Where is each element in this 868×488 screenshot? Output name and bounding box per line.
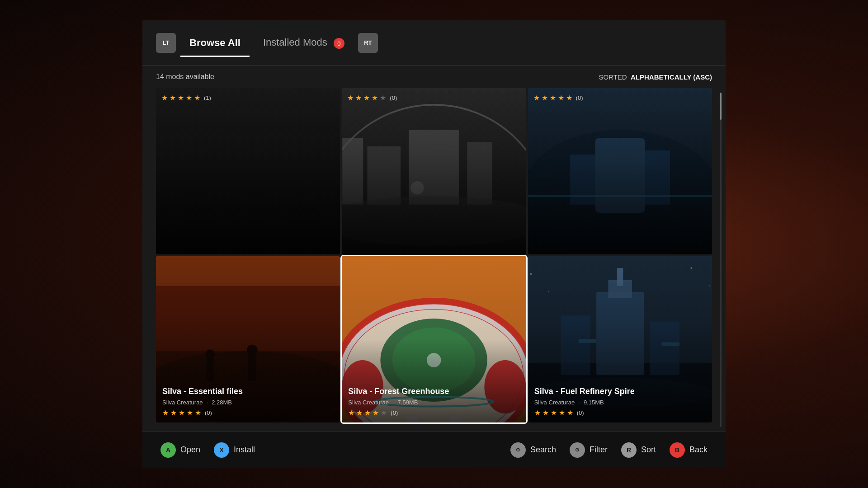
installed-mods-badge: 0 bbox=[334, 38, 344, 49]
mod-card-refinery[interactable]: Silva - Fuel Refinery Spire Silva Creatu… bbox=[528, 256, 712, 422]
mod-greenhouse-meta: Silva Creaturae · 7.59MB bbox=[348, 399, 519, 406]
footer: A Open X Install ⊙ Search ⊙ Filter R Sor… bbox=[142, 432, 726, 468]
footer-right-actions: ⊙ Search ⊙ Filter R Sort B Back bbox=[510, 442, 708, 458]
open-action[interactable]: A Open bbox=[160, 442, 200, 458]
filter-button-icon: ⊙ bbox=[570, 442, 585, 458]
mod-card-1-top-overlay bbox=[156, 88, 340, 254]
search-action[interactable]: ⊙ Search bbox=[510, 442, 556, 458]
mod-greenhouse-rating: ★ ★ ★ ★ ★ (0) bbox=[348, 408, 519, 417]
filter-action[interactable]: ⊙ Filter bbox=[570, 442, 608, 458]
sort-bar: 14 mods available SORTED ALPHABETICALLY … bbox=[142, 66, 726, 88]
mod-card-2-top-overlay bbox=[342, 88, 526, 254]
mod-card-essential[interactable]: Silva - Essential files Silva Creaturae … bbox=[156, 256, 340, 422]
scrollbar[interactable] bbox=[719, 88, 722, 432]
header: LT Browse All Installed Mods 0 RT bbox=[142, 20, 726, 66]
back-action[interactable]: B Back bbox=[670, 442, 708, 458]
mod-refinery-info: Silva - Fuel Refinery Spire Silva Creatu… bbox=[528, 381, 712, 422]
tab-browse-all[interactable]: Browse All bbox=[180, 33, 250, 53]
lt-button[interactable]: LT bbox=[156, 33, 176, 53]
filter-label: Filter bbox=[590, 445, 608, 455]
install-label: Install bbox=[234, 445, 255, 455]
main-window: LT Browse All Installed Mods 0 RT 14 mod… bbox=[142, 20, 726, 468]
tab-installed-mods[interactable]: Installed Mods 0 bbox=[254, 32, 354, 54]
mod-card-2-top-rating: ★ ★ ★ ★ ★ (0) bbox=[347, 94, 397, 102]
mod-card-3-top-overlay bbox=[528, 88, 712, 254]
mod-card-1-top[interactable]: ★ ★ ★ ★ ★ (1) bbox=[156, 88, 340, 254]
mod-refinery-rating: ★ ★ ★ ★ ★ (0) bbox=[534, 408, 706, 417]
mod-essential-info: Silva - Essential files Silva Creaturae … bbox=[156, 381, 340, 422]
mod-essential-title: Silva - Essential files bbox=[162, 387, 334, 396]
mod-card-3-top[interactable]: ★ ★ ★ ★ ★ (0) bbox=[528, 88, 712, 254]
mod-greenhouse-info: Silva - Forest Greenhouse Silva Creatura… bbox=[342, 381, 526, 422]
mod-card-1-top-rating: ★ ★ ★ ★ ★ (1) bbox=[161, 94, 211, 102]
b-button: B bbox=[670, 442, 685, 458]
mod-card-greenhouse[interactable]: Silva - Forest Greenhouse Silva Creatura… bbox=[342, 256, 526, 422]
mod-refinery-meta: Silva Creaturae · 9.15MB bbox=[534, 399, 706, 406]
mod-refinery-title: Silva - Fuel Refinery Spire bbox=[534, 387, 706, 396]
sort-action[interactable]: R Sort bbox=[621, 442, 656, 458]
sort-label: Sort bbox=[641, 445, 656, 455]
rt-button[interactable]: RT bbox=[358, 33, 378, 53]
search-label: Search bbox=[530, 445, 556, 455]
mods-count-label: 14 mods available bbox=[156, 73, 214, 81]
r-button: R bbox=[621, 442, 637, 458]
mods-grid: ★ ★ ★ ★ ★ (1) bbox=[142, 88, 726, 432]
footer-left-actions: A Open X Install bbox=[160, 442, 497, 458]
search-button-icon: ⊙ bbox=[510, 442, 526, 458]
mod-essential-meta: Silva Creaturae · 2.28MB bbox=[162, 399, 334, 406]
x-button: X bbox=[214, 442, 229, 458]
scrollbar-track bbox=[720, 93, 722, 427]
scrollbar-thumb[interactable] bbox=[720, 93, 722, 120]
mod-card-3-top-rating: ★ ★ ★ ★ ★ (0) bbox=[533, 94, 583, 102]
a-button: A bbox=[160, 442, 176, 458]
open-label: Open bbox=[180, 445, 200, 455]
sort-info: SORTED ALPHABETICALLY (ASC) bbox=[599, 73, 712, 81]
install-action[interactable]: X Install bbox=[214, 442, 255, 458]
mod-greenhouse-title: Silva - Forest Greenhouse bbox=[348, 387, 519, 396]
mod-card-2-top[interactable]: ★ ★ ★ ★ ★ (0) bbox=[342, 88, 526, 254]
mod-essential-rating: ★ ★ ★ ★ ★ (0) bbox=[162, 408, 334, 417]
back-label: Back bbox=[689, 445, 708, 455]
